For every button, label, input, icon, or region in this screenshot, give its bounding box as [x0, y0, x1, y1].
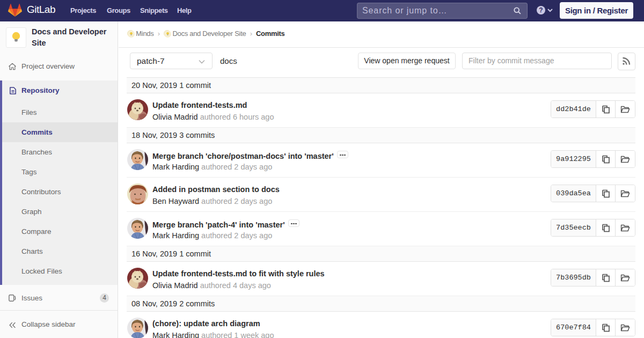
svg-text:?: ?: [539, 6, 543, 14]
